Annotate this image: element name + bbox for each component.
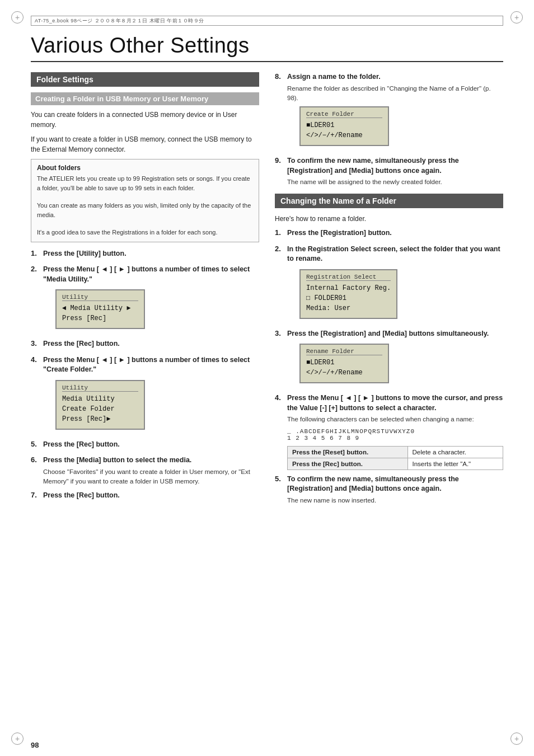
step-2-title: Press the Menu [ ◄ ] [ ► ] buttons a num…: [43, 265, 259, 284]
step-r1-number: 1.: [275, 228, 287, 237]
lcd-3-line1: ■LDER01: [306, 120, 382, 130]
note-text-1: The ATELIER lets you create up to 99 Reg…: [37, 174, 253, 192]
step-8: 8. Assign a name to the folder. Rename t…: [275, 72, 503, 152]
note-box-about-folders: About folders The ATELIER lets you creat…: [31, 159, 259, 242]
lcd-2-title: Utility: [62, 384, 138, 392]
step-6: 6. Press the [Media] button to select th…: [31, 456, 259, 486]
step-9-number: 9.: [275, 156, 287, 165]
action-1: Delete a character.: [407, 446, 503, 458]
section-header-changing-name: Changing the Name of a Folder: [275, 194, 503, 208]
step-3-number: 3.: [31, 339, 43, 348]
intro-text1: You can create folders in a connected US…: [31, 110, 259, 130]
key-table-row-2: Press the [Rec] button. Inserts the lett…: [288, 458, 503, 469]
step-2-number: 2.: [31, 265, 43, 273]
key-action-table: Press the [Reset] button. Delete a chara…: [287, 446, 503, 470]
step-4-number: 4.: [31, 355, 43, 364]
step-7-number: 7.: [31, 491, 43, 499]
step-3-title: Press the [Rec] button.: [43, 339, 259, 349]
step-6-body: Choose "Favorites" if you want to create…: [43, 467, 259, 487]
step-8-title: Assign a name to the folder.: [287, 72, 503, 82]
step-5-title: Press the [Rec] button.: [43, 440, 259, 450]
step-r4: 4. Press the Menu [ ◄ ] [ ► ] buttons to…: [275, 393, 503, 469]
step-5-number: 5.: [31, 440, 43, 448]
key-table-row-1: Press the [Reset] button. Delete a chara…: [288, 446, 503, 458]
metadata-bar: AT-75_e.book 98ページ ２００８年８月２１日 木曜日 午前１０時９…: [31, 16, 503, 26]
step-4: 4. Press the Menu [ ◄ ] [ ► ] buttons a …: [31, 355, 259, 435]
step-r4-body: The following characters can be selected…: [287, 415, 503, 424]
note-box-title: About folders: [37, 164, 253, 172]
left-column: Folder Settings Creating a Folder in USB…: [31, 72, 259, 510]
step-2: 2. Press the Menu [ ◄ ] [ ► ] buttons a …: [31, 265, 259, 335]
corner-mark-tl: [11, 11, 24, 24]
key-1: Press the [Reset] button.: [288, 446, 408, 458]
lcd-1-title: Utility: [62, 294, 138, 301]
lcd-screen-1: Utility ◄ Media Utility ► Press [Rec]: [55, 289, 145, 329]
section-header-folder-settings: Folder Settings: [31, 72, 259, 87]
step-r2: 2. In the Registration Select screen, se…: [275, 245, 503, 325]
step-r3: 3. Press the [Registration] and [Media] …: [275, 329, 503, 389]
page-number: 98: [31, 741, 39, 749]
lcd-4-line1: Internal Factory Reg.: [306, 283, 391, 293]
right-column: 8. Assign a name to the folder. Rename t…: [275, 72, 503, 510]
step-8-number: 8.: [275, 72, 287, 81]
key-2: Press the [Rec] button.: [288, 458, 408, 469]
step-1-number: 1.: [31, 249, 43, 257]
lcd-3-title: Create Folder: [306, 111, 382, 118]
lcd-2-line1: Media Utility: [62, 394, 138, 404]
step-1: 1. Press the [Utility] button.: [31, 249, 259, 261]
lcd-screen-2: Utility Media Utility Create Folder Pres…: [55, 380, 145, 430]
intro-text2: If you want to create a folder in USB me…: [31, 134, 259, 154]
step-r2-number: 2.: [275, 245, 287, 253]
step-r5-body: The new name is now inserted.: [287, 496, 503, 505]
step-9-title: To confirm the new name, simultaneously …: [287, 156, 503, 176]
lcd-1-line1: ◄ Media Utility ►: [62, 303, 138, 313]
lcd-5-line1: ■LDER01: [306, 358, 382, 368]
lcd-5-title: Rename Folder: [306, 348, 382, 355]
page-title: Various Other Settings: [31, 34, 503, 62]
step-3: 3. Press the [Rec] button.: [31, 339, 259, 351]
corner-mark-br: [510, 732, 523, 745]
step-r4-number: 4.: [275, 393, 287, 402]
step-r4-title: Press the Menu [ ◄ ] [ ► ] buttons to mo…: [287, 393, 503, 413]
lcd-2-line2: Create Folder: [62, 404, 138, 414]
lcd-screen-3: Create Folder ■LDER01 </>/−/+/Rename: [299, 106, 389, 146]
subsection-header-creating-folder: Creating a Folder in USB Memory or User …: [31, 92, 259, 105]
lcd-4-line2: □ FOLDER01: [306, 293, 391, 303]
note-text-2: You can create as many folders as you wi…: [37, 201, 253, 219]
action-2: Inserts the letter "A.": [407, 458, 503, 469]
step-r1-title: Press the [Registration] button.: [287, 228, 503, 238]
corner-mark-tr: [510, 11, 523, 24]
step-4-title: Press the Menu [ ◄ ] [ ► ] buttons a num…: [43, 355, 259, 375]
char-row: _ .ABCDEFGHIJKLMNOPQRSTUVWXYZ01 2 3 4 5 …: [287, 428, 503, 442]
corner-mark-bl: [11, 732, 24, 745]
step-5: 5. Press the [Rec] button.: [31, 440, 259, 452]
metadata-text: AT-75_e.book 98ページ ２００８年８月２１日 木曜日 午前１０時９…: [35, 17, 204, 25]
note-text-3: It's a good idea to save the Registratio…: [37, 228, 253, 237]
step-9: 9. To confirm the new name, simultaneous…: [275, 156, 503, 187]
step-9-body: The name will be assigned to the newly c…: [287, 177, 503, 187]
step-r5: 5. To confirm the new name, simultaneous…: [275, 475, 503, 505]
step-r3-title: Press the [Registration] and [Media] but…: [287, 329, 503, 339]
lcd-screen-5: Rename Folder ■LDER01 </>/−/+/Rename: [299, 344, 389, 383]
step-r1: 1. Press the [Registration] button.: [275, 228, 503, 240]
lcd-1-line2: Press [Rec]: [62, 313, 138, 323]
step-8-body: Rename the folder as described in "Chang…: [287, 84, 503, 104]
lcd-5-line2: </>/−/+/Rename: [306, 368, 382, 378]
step-6-title: Press the [Media] button to select the m…: [43, 456, 259, 466]
step-r5-title: To confirm the new name, simultaneously …: [287, 475, 503, 494]
section2-intro: Here's how to rename a folder.: [275, 214, 503, 224]
lcd-screen-4: Registration Select Internal Factory Reg…: [299, 269, 397, 319]
step-r3-number: 3.: [275, 329, 287, 337]
step-6-number: 6.: [31, 456, 43, 464]
step-7: 7. Press the [Rec] button.: [31, 491, 259, 503]
lcd-2-line3: Press [Rec]►: [62, 414, 138, 424]
lcd-4-title: Registration Select: [306, 274, 391, 281]
lcd-4-line3: Media: User: [306, 303, 391, 313]
step-r5-number: 5.: [275, 475, 287, 483]
step-r2-title: In the Registration Select screen, selec…: [287, 245, 503, 264]
lcd-3-line2: </>/−/+/Rename: [306, 130, 382, 140]
step-1-title: Press the [Utility] button.: [43, 249, 259, 259]
step-7-title: Press the [Rec] button.: [43, 491, 259, 501]
